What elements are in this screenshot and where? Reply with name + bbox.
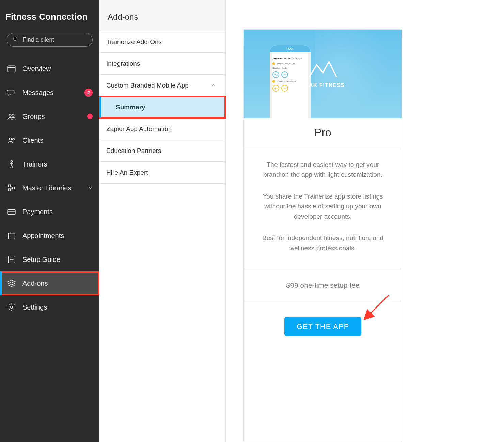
svg-point-0	[13, 37, 17, 41]
subnav-item-trainerize-addons[interactable]: Trainerize Add-Ons	[99, 31, 225, 53]
sidebar-item-appointments[interactable]: Appointments	[0, 224, 99, 248]
subnav-item-label: Trainerize Add-Ons	[106, 38, 162, 46]
plan-title: Pro	[244, 118, 402, 147]
subnav-item-zapier[interactable]: Zapier App Automation	[99, 118, 225, 140]
sidebar-item-label: Settings	[22, 303, 93, 311]
svg-rect-2	[8, 66, 15, 72]
sidebar-item-label: Clients	[22, 137, 93, 144]
groups-dot	[87, 114, 93, 119]
svg-rect-12	[12, 187, 14, 189]
svg-point-7	[10, 138, 12, 140]
plan-description: The fastest and easiest way to get your …	[244, 147, 402, 268]
subnav-item-custom-branded-app[interactable]: Custom Branded Mobile App	[99, 75, 225, 96]
sidebar-item-clients[interactable]: Clients	[0, 128, 99, 152]
sidebar-item-label: Setup Guide	[22, 256, 93, 264]
sidebar-item-label: Appointments	[22, 232, 93, 240]
subnav-sub-label: Summary	[116, 104, 145, 111]
subnav-item-label: Custom Branded Mobile App	[106, 82, 189, 89]
svg-point-5	[9, 114, 11, 117]
sidebar-item-groups[interactable]: Groups	[0, 105, 99, 128]
sidebar-item-label: Payments	[22, 208, 93, 216]
svg-point-25	[11, 306, 13, 309]
svg-line-26	[369, 295, 389, 314]
settings-icon	[7, 302, 16, 312]
sidebar-item-label: Master Libraries	[22, 184, 82, 192]
sidebar-item-label: Groups	[22, 113, 81, 121]
search-icon	[13, 36, 19, 44]
appointments-icon	[7, 231, 16, 240]
plan-desc-line: The fastest and easiest way to get your …	[258, 160, 388, 180]
svg-point-8	[13, 138, 14, 140]
payments-icon	[7, 207, 16, 217]
overview-icon	[7, 64, 16, 74]
svg-point-6	[12, 114, 14, 117]
chevron-down-icon	[88, 184, 93, 192]
sidebar-item-messages[interactable]: Messages 2	[0, 81, 99, 105]
peak-fitness-logo: PEAK FITNESS	[301, 59, 345, 89]
annotation-arrow-icon	[362, 293, 393, 320]
chevron-up-icon	[211, 82, 216, 89]
plan-cta-row: GET THE APP	[244, 302, 402, 350]
plan-desc-line: You share the Trainerize app store listi…	[258, 191, 388, 221]
sidebar-item-master-libraries[interactable]: Master Libraries	[0, 176, 99, 200]
libraries-icon	[7, 183, 16, 193]
logo-text: PEAK FITNESS	[301, 82, 345, 89]
svg-line-1	[16, 40, 18, 42]
sidebar-item-settings[interactable]: Settings	[0, 295, 99, 319]
messages-icon	[7, 88, 16, 97]
subnav-header: Add-ons	[99, 0, 225, 31]
plan-desc-line: Best for independent fitness, nutrition,…	[258, 233, 388, 253]
search-input[interactable]: Find a client	[7, 33, 93, 47]
subnav-sub-summary[interactable]: Summary	[99, 96, 225, 118]
svg-point-9	[11, 161, 12, 162]
plan-card-pro: PEAK THINGS TO DO TODAY Hit your daily n…	[243, 29, 402, 442]
subnav-item-integrations[interactable]: Integrations	[99, 53, 225, 75]
sidebar: Fitness Connection Find a client Overvie…	[0, 0, 99, 442]
subnav-item-label: Education Partners	[106, 147, 161, 155]
sidebar-item-label: Messages	[22, 89, 78, 97]
sidebar-item-label: Overview	[22, 65, 93, 73]
subnav-item-label: Zapier App Automation	[106, 125, 172, 133]
svg-line-13	[11, 186, 12, 188]
subnav-item-education-partners[interactable]: Education Partners	[99, 140, 225, 162]
subnav-item-hire-expert[interactable]: Hire An Expert	[99, 162, 225, 184]
sidebar-item-trainers[interactable]: Trainers	[0, 152, 99, 176]
clients-icon	[7, 136, 16, 145]
sidebar-item-overview[interactable]: Overview	[0, 57, 99, 81]
messages-badge: 2	[84, 89, 93, 97]
get-the-app-button[interactable]: GET THE APP	[284, 317, 361, 336]
addons-icon	[7, 279, 16, 288]
svg-rect-15	[8, 210, 15, 215]
plan-hero-image: PEAK THINGS TO DO TODAY Hit your daily n…	[244, 30, 402, 118]
sidebar-item-label: Add-ons	[22, 280, 93, 287]
sidebar-item-setup-guide[interactable]: Setup Guide	[0, 248, 99, 271]
search-placeholder: Find a client	[23, 36, 54, 43]
guide-icon	[7, 255, 16, 264]
subnav: Add-ons Trainerize Add-Ons Integrations …	[99, 0, 226, 442]
subnav-item-label: Integrations	[106, 60, 140, 67]
svg-line-14	[11, 188, 12, 190]
trainers-icon	[7, 159, 16, 169]
main-content: PEAK THINGS TO DO TODAY Hit your daily n…	[226, 0, 504, 442]
groups-icon	[7, 112, 16, 121]
svg-rect-10	[8, 185, 11, 187]
sidebar-item-label: Trainers	[22, 160, 93, 168]
brand-title: Fitness Connection	[0, 8, 99, 30]
svg-rect-11	[8, 189, 11, 191]
sidebar-item-add-ons[interactable]: Add-ons	[0, 271, 99, 295]
sidebar-item-payments[interactable]: Payments	[0, 200, 99, 224]
subnav-item-label: Hire An Expert	[106, 169, 148, 176]
svg-rect-17	[8, 233, 15, 239]
phone-header: PEAK	[270, 45, 311, 52]
